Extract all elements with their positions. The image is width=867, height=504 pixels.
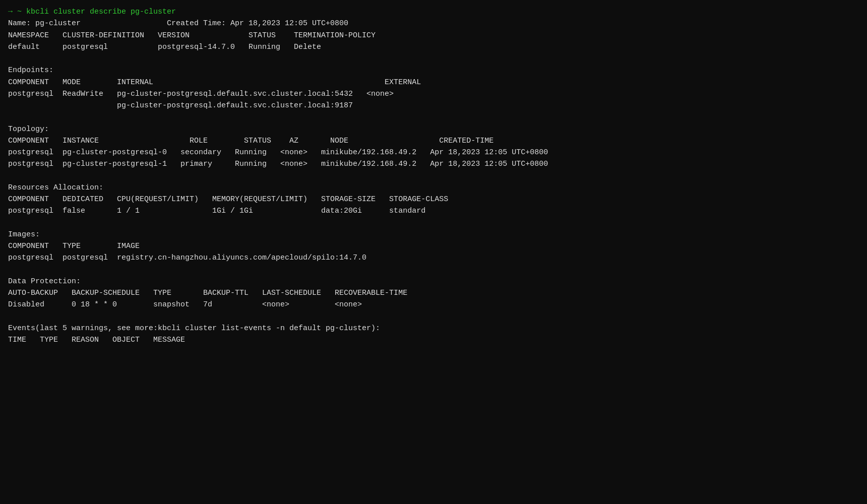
events-section: Events(last 5 warnings, see more:kbcli c… — [8, 324, 380, 333]
resources-section: Resources Allocation: — [8, 183, 103, 192]
topology-table-row1: postgresql pg-cluster-postgresql-0 secon… — [8, 148, 548, 157]
topology-section: Topology: — [8, 125, 49, 134]
created-time-label: Created Time: Apr 18,2023 12:05 UTC+0800 — [167, 19, 348, 28]
images-section: Images: — [8, 230, 40, 239]
images-table-row: postgresql postgresql registry.cn-hangzh… — [8, 254, 366, 262]
data-protection-table-row: Disabled 0 18 * * 0 snapshot 7d <none> <… — [8, 300, 362, 309]
topology-table-row2: postgresql pg-cluster-postgresql-1 prima… — [8, 160, 548, 168]
images-table-headers: COMPONENT TYPE IMAGE — [8, 242, 140, 250]
cluster-table-row: default postgresql postgresql-14.7.0 Run… — [8, 43, 321, 51]
resources-table-headers: COMPONENT DEDICATED CPU(REQUEST/LIMIT) M… — [8, 195, 448, 204]
name-label: Name: pg-cluster — [8, 19, 81, 28]
endpoints-section: Endpoints: — [8, 66, 53, 75]
data-protection-section: Data Protection: — [8, 277, 81, 286]
resources-table-row: postgresql false 1 / 1 1Gi / 1Gi data:20… — [8, 207, 425, 215]
endpoints-table-headers: COMPONENT MODE INTERNAL EXTERNAL — [8, 78, 421, 87]
terminal-output: → ~ kbcli cluster describe pg-cluster Na… — [8, 6, 859, 346]
cluster-table-headers: NAMESPACE CLUSTER-DEFINITION VERSION STA… — [8, 31, 376, 40]
endpoints-table-row2: pg-cluster-postgresql.default.svc.cluste… — [8, 101, 353, 110]
events-table-headers: TIME TYPE REASON OBJECT MESSAGE — [8, 336, 185, 344]
prompt-line: → ~ kbcli cluster describe pg-cluster — [8, 8, 176, 16]
data-protection-table-headers: AUTO-BACKUP BACKUP-SCHEDULE TYPE BACKUP-… — [8, 289, 407, 297]
topology-table-headers: COMPONENT INSTANCE ROLE STATUS AZ NODE C… — [8, 137, 493, 145]
endpoints-table-row1: postgresql ReadWrite pg-cluster-postgres… — [8, 90, 394, 98]
